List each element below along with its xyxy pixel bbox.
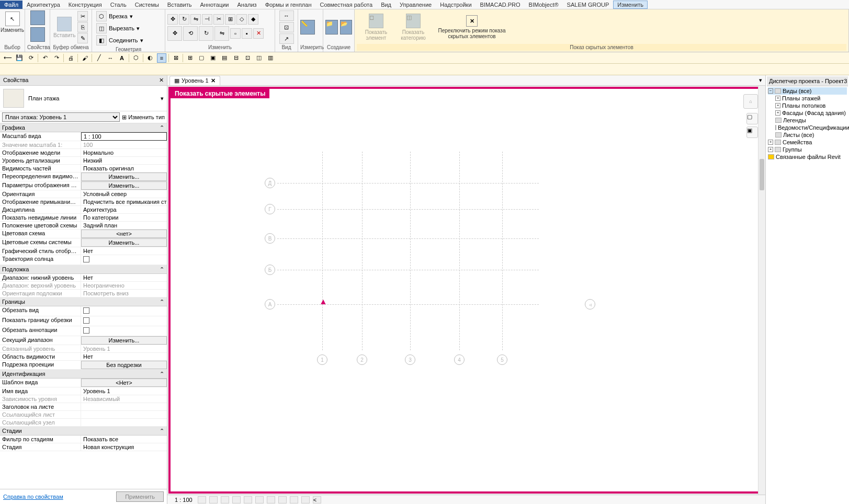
toggle-hidden-button[interactable]: ✕ Переключить режим показа скрытых элеме… bbox=[435, 14, 508, 40]
grid-bubble-col[interactable]: 3 bbox=[405, 354, 415, 365]
prop-discipline-value[interactable]: Архитектура bbox=[81, 206, 167, 213]
menu-architecture[interactable]: Архитектура bbox=[22, 1, 64, 9]
prop-visarea-value[interactable]: Нет bbox=[81, 353, 167, 360]
qat-3d[interactable]: ⬡ bbox=[131, 53, 141, 63]
qat-t2[interactable]: ▣ bbox=[208, 53, 218, 63]
qat-t3[interactable]: ▤ bbox=[220, 53, 229, 63]
grid-line[interactable] bbox=[459, 152, 460, 350]
basepoint-icon[interactable]: ▲ bbox=[319, 297, 327, 305]
qat-section[interactable]: ◐ bbox=[145, 53, 155, 63]
prop-sectionrange-button[interactable]: Изменить... bbox=[81, 336, 167, 345]
menu-annotate[interactable]: Аннотации bbox=[196, 1, 233, 9]
match-button[interactable]: ✎ bbox=[77, 33, 88, 43]
prop-orient-value[interactable]: Условный север bbox=[81, 190, 167, 198]
tool-d[interactable]: ▪ bbox=[242, 28, 252, 39]
grid-bubble-row[interactable]: Г bbox=[265, 204, 275, 214]
prop-stage-value[interactable]: Новая конструкция bbox=[81, 443, 167, 451]
menu-file[interactable]: Файл bbox=[0, 1, 22, 9]
offset-button[interactable]: ⟲ bbox=[183, 26, 198, 41]
prop-projcrop-button[interactable]: Без подрезки bbox=[81, 361, 167, 369]
properties-type-header[interactable]: План этажа ▾ bbox=[0, 86, 167, 111]
view-tabs-menu[interactable]: ▾ bbox=[756, 77, 765, 84]
qat-close-view[interactable]: ⊠ bbox=[171, 53, 180, 63]
properties-help-link[interactable]: Справка по свойствам bbox=[3, 494, 63, 500]
qat-t1[interactable]: ▢ bbox=[197, 53, 206, 63]
status-shadow[interactable] bbox=[232, 496, 241, 503]
prop-syscolors-button[interactable]: Изменить... bbox=[81, 238, 167, 247]
prop-viewtmpl-button[interactable]: <Нет> bbox=[81, 379, 167, 387]
tree-families[interactable]: +Семейства bbox=[768, 139, 847, 146]
prop-scale-value[interactable]: 1 : 100 bbox=[81, 132, 167, 141]
split-button[interactable]: ✂ bbox=[213, 14, 224, 25]
qat-text[interactable]: A bbox=[117, 53, 127, 63]
tree-floorplans[interactable]: +Планы этажей bbox=[768, 95, 847, 102]
menu-salem[interactable]: SALEM GROUP bbox=[563, 1, 614, 9]
type-props-icon[interactable] bbox=[30, 27, 45, 42]
tree-collapse-icon[interactable]: − bbox=[768, 88, 773, 94]
cut-geom-button[interactable]: ◫Вырезать ▾ bbox=[94, 22, 142, 34]
instance-select[interactable]: План этажа: Уровень 1 bbox=[2, 112, 120, 122]
grid-line[interactable] bbox=[277, 238, 539, 239]
prop-sunpath-check[interactable] bbox=[81, 255, 167, 265]
tree-expand-icon[interactable]: + bbox=[768, 140, 773, 145]
grid-line[interactable] bbox=[277, 209, 539, 210]
cope-button[interactable]: ⬡Врезка ▾ bbox=[94, 10, 135, 22]
menu-modify[interactable]: Изменить bbox=[613, 1, 648, 9]
menu-bimacad[interactable]: BIMACAD.PRO bbox=[476, 1, 525, 9]
tree-groups[interactable]: +Группы bbox=[768, 146, 847, 153]
grid-bubble-row[interactable]: Б bbox=[265, 265, 275, 275]
move-button[interactable]: ✥ bbox=[167, 14, 178, 25]
prop-cropborder-check[interactable] bbox=[81, 316, 167, 326]
qat-redo[interactable]: ↷ bbox=[52, 53, 61, 63]
modify-tool-button[interactable]: ↖ Изменить bbox=[0, 10, 25, 34]
mirror-big-button[interactable]: ⇋ bbox=[214, 26, 229, 41]
tree-sheets[interactable]: Листы (все) bbox=[768, 131, 847, 139]
measure-icon[interactable]: 📏 bbox=[300, 20, 315, 35]
status-hide[interactable] bbox=[267, 496, 275, 503]
status-scale[interactable]: 1 : 100 bbox=[173, 497, 195, 503]
grid-line[interactable] bbox=[277, 183, 539, 184]
mirror-button[interactable]: ⇋ bbox=[190, 14, 201, 25]
trim-button[interactable]: ⊣ bbox=[202, 14, 212, 25]
copy-button[interactable]: ⎘ bbox=[77, 22, 88, 32]
grid-line[interactable] bbox=[277, 304, 539, 305]
view-tab[interactable]: ▦ Уровень 1 ✕ bbox=[169, 76, 220, 85]
prop-viewname-value[interactable]: Уровень 1 bbox=[81, 387, 167, 395]
properties-icon[interactable] bbox=[30, 10, 45, 25]
prop-cropannot-check[interactable] bbox=[81, 326, 167, 336]
status-crop[interactable] bbox=[255, 496, 264, 503]
prop-colorpos-value[interactable]: Задний план bbox=[81, 222, 167, 229]
qat-print[interactable]: 🖨 bbox=[66, 53, 75, 63]
prop-cropview-check[interactable] bbox=[81, 306, 167, 316]
qat-thin-lines[interactable]: ≡ bbox=[157, 53, 166, 63]
prop-sheettitle-value[interactable] bbox=[81, 403, 167, 410]
grid-bubble-col[interactable]: 2 bbox=[357, 354, 367, 365]
section-stages[interactable]: Стадии⌃ bbox=[0, 427, 167, 436]
rotate-big-button[interactable]: ↻ bbox=[199, 26, 213, 41]
nav-tool-b[interactable]: ▣ bbox=[746, 127, 758, 138]
status-constraints[interactable] bbox=[301, 496, 310, 503]
tree-legends[interactable]: Легенды bbox=[768, 117, 847, 124]
view-scrollbar[interactable] bbox=[758, 86, 765, 495]
elevation-marker[interactable]: ◃ bbox=[585, 299, 595, 310]
grid-bubble-col[interactable]: 5 bbox=[497, 354, 507, 365]
qat-sync[interactable]: ⟳ bbox=[26, 53, 36, 63]
grid-bubble-row[interactable]: Д bbox=[265, 178, 275, 188]
qat-line[interactable]: ╱ bbox=[94, 53, 104, 63]
status-detail[interactable] bbox=[198, 496, 206, 503]
view-tool-c[interactable]: ↗ bbox=[279, 33, 294, 44]
section-graphics[interactable]: Графика⌃ bbox=[0, 123, 167, 132]
rotate-button[interactable]: ↻ bbox=[179, 14, 189, 25]
tree-views-all[interactable]: −Виды (все) bbox=[768, 87, 847, 95]
cut-button[interactable]: ✂ bbox=[77, 11, 88, 21]
tree-expand-icon[interactable]: + bbox=[775, 96, 780, 101]
qat-t4[interactable]: ⊟ bbox=[231, 53, 241, 63]
grid-line[interactable] bbox=[277, 270, 539, 270]
view-tab-close[interactable]: ✕ bbox=[211, 77, 216, 84]
tree-expand-icon[interactable]: + bbox=[768, 147, 773, 152]
grid-line[interactable] bbox=[362, 152, 363, 350]
drawing-canvas[interactable]: Показать скрытые элементы ⌂ ▢ ▣ Д Г В Б … bbox=[168, 87, 764, 494]
grid-bubble-row[interactable]: А bbox=[265, 299, 275, 310]
tool-c[interactable]: ▫ bbox=[230, 28, 241, 39]
prop-stagefilter-value[interactable]: Показать все bbox=[81, 436, 167, 443]
